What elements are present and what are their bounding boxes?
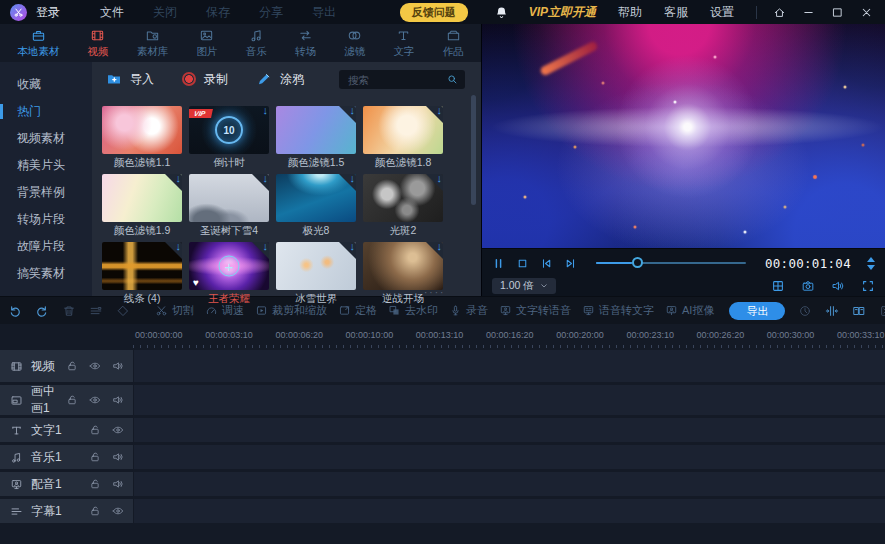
track-lock-button[interactable]	[66, 360, 78, 372]
sidebar-item-favorites[interactable]: 收藏	[0, 71, 92, 98]
seek-slider-knob[interactable]	[632, 257, 643, 268]
download-icon[interactable]: ↓	[437, 174, 443, 184]
render-preview-button[interactable]	[798, 304, 812, 318]
menu-file[interactable]: 文件	[100, 4, 124, 21]
export-button[interactable]: 导出	[729, 302, 785, 320]
favorite-icon[interactable]: ♥	[193, 277, 199, 288]
ripple-edit-button[interactable]	[825, 304, 839, 318]
close-button[interactable]	[860, 6, 873, 19]
tab-image[interactable]: 图片	[196, 28, 217, 59]
home-button[interactable]	[773, 6, 786, 19]
tool-cut[interactable]: 切割	[155, 303, 194, 318]
previous-frame-button[interactable]	[540, 257, 553, 270]
media-thumbnail[interactable]	[102, 106, 182, 154]
tab-video[interactable]: 视频	[87, 28, 108, 59]
record-button[interactable]: 录制	[182, 71, 228, 88]
tool-watermark-removal[interactable]: 去水印	[388, 303, 438, 318]
maximize-button[interactable]	[831, 6, 844, 19]
vip-upgrade-button[interactable]: VIP立即开通	[529, 4, 596, 21]
tool-speech-to-text[interactable]: 语音转文字	[582, 303, 654, 318]
video-preview[interactable]	[482, 24, 885, 248]
tool-record-audio[interactable]: 录音	[449, 303, 488, 318]
snapshot-button[interactable]	[801, 279, 815, 293]
sidebar-item-hot[interactable]: 热门	[0, 98, 92, 125]
track-lane-pip[interactable]	[134, 385, 885, 415]
redo-button[interactable]	[35, 304, 49, 318]
tab-text[interactable]: 文字	[393, 28, 414, 59]
volume-button[interactable]	[831, 279, 845, 293]
media-item[interactable]: ↓光斑2	[363, 174, 443, 237]
panel-resize-handle[interactable]: ····	[424, 289, 445, 296]
track-lock-button[interactable]	[89, 505, 101, 517]
support-button[interactable]: 客服	[664, 4, 688, 21]
download-icon[interactable]: ↓	[176, 174, 182, 184]
media-thumbnail[interactable]: ↓VIP10	[189, 106, 269, 154]
track-lane-video[interactable]	[134, 350, 885, 382]
remove-clip-button[interactable]	[879, 304, 885, 318]
track-lane-subtitle[interactable]	[134, 499, 885, 523]
track-sound-button[interactable]	[112, 360, 124, 372]
track-lock-button[interactable]	[89, 478, 101, 490]
minimize-button[interactable]	[802, 6, 815, 19]
media-item[interactable]: ↓颜色滤镜1.9	[102, 174, 182, 237]
marker-button[interactable]	[116, 304, 130, 318]
delete-button[interactable]	[62, 304, 76, 318]
track-lock-button[interactable]	[66, 394, 78, 406]
sidebar-item-glitch-clips[interactable]: 故障片段	[0, 233, 92, 260]
media-item[interactable]: 颜色滤镜1.1	[102, 106, 182, 169]
media-item[interactable]: ↓极光8	[276, 174, 356, 237]
sidebar-item-intro-clips[interactable]: 精美片头	[0, 152, 92, 179]
undo-button[interactable]	[8, 304, 22, 318]
track-manager-button[interactable]	[89, 304, 103, 318]
media-thumbnail[interactable]: ↓	[276, 242, 356, 290]
media-thumbnail[interactable]: ↓	[363, 242, 443, 290]
track-eye-button[interactable]	[89, 360, 101, 372]
search-input[interactable]	[346, 73, 447, 87]
tab-local-media[interactable]: 本地素材	[17, 28, 59, 59]
tool-ai-matting[interactable]: AI抠像	[665, 303, 714, 318]
media-item[interactable]: ↓+♥王者荣耀	[189, 242, 269, 305]
media-item[interactable]: ↓颜色滤镜1.8	[363, 106, 443, 169]
media-item[interactable]: ↓圣诞树下雪4	[189, 174, 269, 237]
search-icon[interactable]	[447, 74, 458, 85]
next-frame-button[interactable]	[564, 257, 577, 270]
help-button[interactable]: 帮助	[618, 4, 642, 21]
media-thumbnail[interactable]: ↓	[276, 174, 356, 222]
media-thumbnail[interactable]: ↓	[102, 174, 182, 222]
sidebar-item-background-samples[interactable]: 背景样例	[0, 179, 92, 206]
download-icon[interactable]: ↓	[350, 242, 356, 252]
download-icon[interactable]: ↓	[263, 174, 269, 184]
settings-button[interactable]: 设置	[710, 4, 734, 21]
media-item[interactable]: ↓冰雪世界	[276, 242, 356, 305]
track-sound-button[interactable]	[112, 451, 124, 463]
track-lock-button[interactable]	[89, 424, 101, 436]
media-thumbnail[interactable]: ↓+♥	[189, 242, 269, 290]
fullscreen-button[interactable]	[861, 279, 875, 293]
sidebar-item-video-assets[interactable]: 视频素材	[0, 125, 92, 152]
media-thumbnail[interactable]: ↓	[102, 242, 182, 290]
track-lane-voiceover[interactable]	[134, 472, 885, 496]
tool-crop-zoom[interactable]: 裁剪和缩放	[255, 303, 327, 318]
import-button[interactable]: 导入	[106, 71, 154, 88]
tool-freeze-frame[interactable]: 定格	[338, 303, 377, 318]
tool-text-to-speech[interactable]: 文字转语音	[499, 303, 571, 318]
track-lane-text[interactable]	[134, 418, 885, 442]
sidebar-item-funny-assets[interactable]: 搞笑素材	[0, 260, 92, 287]
track-lane-music[interactable]	[134, 445, 885, 469]
track-eye-button[interactable]	[112, 424, 124, 436]
split-screen-button[interactable]	[771, 279, 785, 293]
add-to-timeline-button[interactable]: +	[219, 256, 240, 277]
seek-slider[interactable]	[596, 256, 746, 270]
media-item[interactable]: ↓颜色滤镜1.5	[276, 106, 356, 169]
media-thumbnail[interactable]: ↓	[363, 174, 443, 222]
media-item[interactable]: ↓VIP10倒计时	[189, 106, 269, 169]
feedback-button[interactable]: 反馈问题	[400, 3, 468, 22]
tab-transition[interactable]: 转场	[295, 28, 316, 59]
compare-view-button[interactable]	[852, 304, 866, 318]
download-icon[interactable]: ↓	[350, 174, 356, 184]
pause-button[interactable]	[492, 257, 505, 270]
tab-filter[interactable]: 滤镜	[344, 28, 365, 59]
timecode-stepper[interactable]	[867, 257, 875, 270]
notification-bell-icon[interactable]	[494, 5, 509, 20]
download-icon[interactable]: ↓	[263, 242, 269, 252]
